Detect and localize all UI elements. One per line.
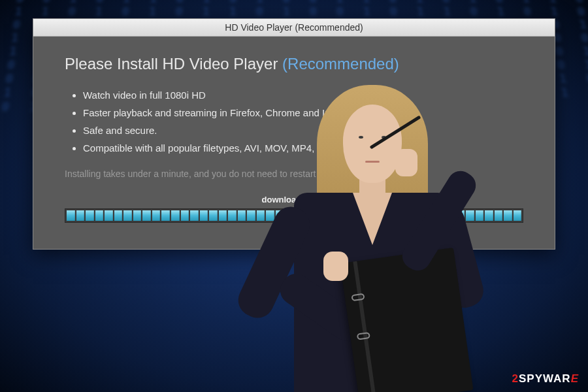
watermark-mid: SPYWAR [519, 372, 571, 385]
progress-segment [152, 210, 161, 221]
progress-segment [171, 210, 180, 221]
presenter-person-illustration [248, 78, 497, 392]
progress-segment [142, 210, 151, 221]
progress-segment [76, 210, 85, 221]
headline: Please Install HD Video Player (Recommen… [65, 55, 523, 73]
progress-segment [67, 210, 75, 221]
dialog-title: HD Video Player (Recommended) [225, 22, 363, 33]
progress-segment [181, 210, 189, 221]
progress-segment [86, 210, 94, 221]
watermark-suffix: E [571, 372, 579, 385]
progress-segment [209, 210, 218, 221]
dialog-titlebar: HD Video Player (Recommended) [33, 19, 555, 37]
progress-segment [123, 210, 132, 221]
progress-segment [161, 210, 170, 221]
headline-main: Please Install HD Video Player [65, 55, 282, 73]
progress-segment [133, 210, 142, 221]
headline-recommended: (Recommended) [282, 55, 399, 73]
progress-segment [190, 210, 199, 221]
progress-segment [114, 210, 123, 221]
progress-segment [238, 210, 246, 221]
progress-segment [504, 210, 512, 221]
folder-icon [340, 248, 474, 392]
watermark-prefix: 2 [512, 372, 519, 385]
progress-segment [219, 210, 227, 221]
progress-segment [228, 210, 237, 221]
progress-segment [105, 210, 113, 221]
watermark-logo: 2SPYWARE [512, 372, 580, 385]
progress-segment [200, 210, 208, 221]
progress-segment [514, 210, 522, 221]
progress-segment [95, 210, 104, 221]
